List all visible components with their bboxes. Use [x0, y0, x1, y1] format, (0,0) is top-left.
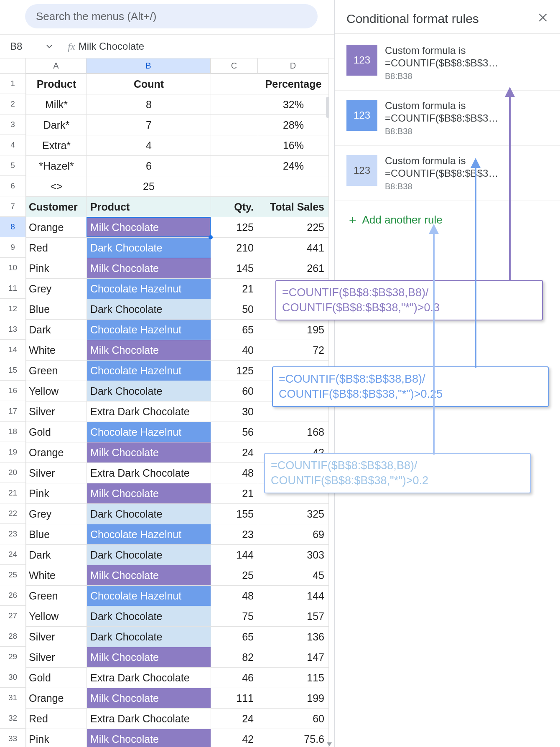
cell[interactable]: 115: [258, 668, 329, 688]
cell[interactable]: 23: [211, 524, 258, 545]
row-header[interactable]: 14: [0, 340, 26, 360]
cell[interactable]: Orange: [26, 217, 87, 238]
row-header[interactable]: 12: [0, 299, 26, 319]
cell[interactable]: Yellow: [26, 381, 87, 401]
cell[interactable]: Milk Chocolate: [87, 688, 211, 709]
cell[interactable]: Gold: [26, 668, 87, 688]
add-rule-button[interactable]: + Add another rule: [335, 203, 560, 237]
row-header[interactable]: 28: [0, 626, 26, 647]
cell[interactable]: 46: [211, 668, 258, 688]
cell[interactable]: Milk Chocolate: [87, 442, 211, 463]
cell[interactable]: Blue: [26, 524, 87, 545]
cell[interactable]: Green: [26, 361, 87, 381]
column-header[interactable]: D: [258, 58, 328, 74]
cell[interactable]: Chocolate Hazelnut: [87, 279, 211, 299]
column-header[interactable]: B: [87, 58, 211, 74]
cell[interactable]: Green: [26, 586, 87, 606]
cell[interactable]: 195: [258, 320, 329, 340]
cell[interactable]: 60: [258, 709, 329, 729]
cell[interactable]: 65: [211, 320, 258, 340]
cell[interactable]: 325: [258, 504, 329, 524]
cell[interactable]: 225: [258, 217, 329, 238]
cell[interactable]: 48: [211, 586, 258, 606]
cell[interactable]: Silver: [26, 647, 87, 668]
cell[interactable]: Dark: [26, 320, 87, 340]
cell[interactable]: Chocolate Hazelnut: [87, 524, 211, 545]
name-box[interactable]: B8: [10, 41, 60, 52]
row-header[interactable]: 23: [0, 524, 26, 544]
cell[interactable]: Milk Chocolate: [87, 483, 211, 504]
row-header[interactable]: 16: [0, 381, 26, 401]
cell[interactable]: Extra Dark Chocolate: [87, 463, 211, 483]
cell[interactable]: Milk Chocolate: [87, 729, 211, 747]
cell[interactable]: 125: [211, 217, 258, 238]
cell[interactable]: 125: [211, 361, 258, 381]
row-header[interactable]: 25: [0, 565, 26, 585]
row-header[interactable]: 15: [0, 360, 26, 381]
scroll-down-arrow-icon[interactable]: [327, 742, 332, 746]
cell[interactable]: 261: [258, 258, 329, 279]
cell[interactable]: Dark Chocolate: [87, 627, 211, 647]
cell[interactable]: 210: [211, 238, 258, 258]
cell[interactable]: 155: [211, 504, 258, 524]
row-header[interactable]: 8: [0, 217, 26, 237]
cell[interactable]: 21: [211, 483, 258, 504]
cell[interactable]: 147: [258, 647, 329, 668]
row-header[interactable]: 1: [0, 74, 26, 94]
cell[interactable]: White: [26, 565, 87, 586]
cell[interactable]: Silver: [26, 401, 87, 422]
cell[interactable]: Grey: [26, 504, 87, 524]
close-icon[interactable]: [537, 12, 548, 25]
row-header[interactable]: 11: [0, 278, 26, 299]
cell[interactable]: Extra Dark Chocolate: [87, 709, 211, 729]
cell[interactable]: Milk Chocolate: [87, 217, 211, 238]
cell[interactable]: Yellow: [26, 606, 87, 627]
row-header[interactable]: 7: [0, 196, 26, 217]
cell[interactable]: Milk Chocolate: [87, 647, 211, 668]
cell[interactable]: 199: [258, 688, 329, 709]
menu-search-input[interactable]: Search the menus (Alt+/): [25, 4, 318, 28]
cell[interactable]: Dark: [26, 545, 87, 565]
vertical-scrollbar[interactable]: [326, 97, 329, 118]
cell[interactable]: Dark Chocolate: [87, 606, 211, 627]
row-header[interactable]: 29: [0, 647, 26, 667]
cell[interactable]: 60: [211, 381, 258, 401]
cell[interactable]: 441: [258, 238, 329, 258]
cell[interactable]: 40: [211, 340, 258, 361]
cell[interactable]: 30: [211, 401, 258, 422]
row-header[interactable]: 20: [0, 462, 26, 483]
row-header[interactable]: 2: [0, 94, 26, 114]
cell[interactable]: Red: [26, 709, 87, 729]
cell[interactable]: Dark Chocolate: [87, 545, 211, 565]
row-header[interactable]: 3: [0, 114, 26, 135]
row-header[interactable]: 13: [0, 319, 26, 340]
cell[interactable]: White: [26, 340, 87, 361]
row-header[interactable]: 21: [0, 483, 26, 503]
row-header[interactable]: 24: [0, 544, 26, 565]
cell[interactable]: 72: [258, 340, 329, 361]
cell[interactable]: 303: [258, 545, 329, 565]
cell[interactable]: 24: [211, 709, 258, 729]
formula-input[interactable]: Milk Chocolate: [79, 41, 144, 52]
cell[interactable]: Milk Chocolate: [87, 340, 211, 361]
cell[interactable]: Chocolate Hazelnut: [87, 320, 211, 340]
cell[interactable]: 157: [258, 606, 329, 627]
cell[interactable]: 25: [211, 565, 258, 586]
cell[interactable]: 145: [211, 258, 258, 279]
cell[interactable]: Milk Chocolate: [87, 565, 211, 586]
cell[interactable]: Pink: [26, 729, 87, 747]
cell[interactable]: Silver: [26, 463, 87, 483]
cell[interactable]: 56: [211, 422, 258, 442]
format-rule[interactable]: 123 Custom formula is =COUNTIF($B$8:$B$3…: [335, 146, 560, 201]
format-rule[interactable]: 123 Custom formula is =COUNTIF($B$8:$B$3…: [335, 91, 560, 146]
cell[interactable]: 144: [211, 545, 258, 565]
row-header[interactable]: 10: [0, 258, 26, 278]
row-header[interactable]: 32: [0, 708, 26, 729]
cell[interactable]: Chocolate Hazelnut: [87, 586, 211, 606]
cell[interactable]: Dark Chocolate: [87, 299, 211, 320]
cell[interactable]: Chocolate Hazelnut: [87, 361, 211, 381]
cell[interactable]: 21: [211, 279, 258, 299]
cell[interactable]: Dark Chocolate: [87, 504, 211, 524]
cell[interactable]: 48: [211, 463, 258, 483]
cell[interactable]: Chocolate Hazelnut: [87, 422, 211, 442]
